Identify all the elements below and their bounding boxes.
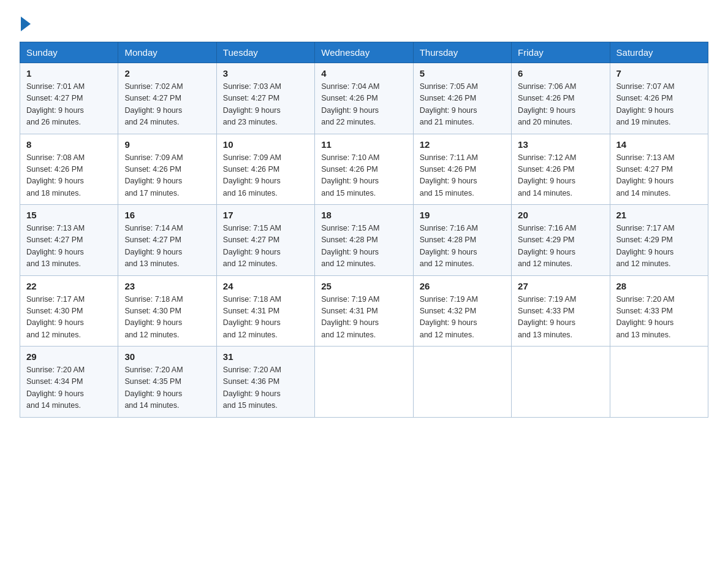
calendar-cell: 10 Sunrise: 7:09 AM Sunset: 4:26 PM Dayl… <box>216 134 314 205</box>
day-number: 17 <box>223 210 308 220</box>
header-saturday: Saturday <box>610 42 708 63</box>
day-number: 18 <box>321 210 406 220</box>
calendar-cell: 31 Sunrise: 7:20 AM Sunset: 4:36 PM Dayl… <box>216 347 314 418</box>
day-number: 30 <box>124 351 210 362</box>
header-sunday: Sunday <box>20 42 118 63</box>
day-number: 9 <box>124 139 210 150</box>
day-info: Sunrise: 7:02 AM Sunset: 4:27 PM Dayligh… <box>124 82 183 126</box>
day-info: Sunrise: 7:14 AM Sunset: 4:27 PM Dayligh… <box>124 224 183 268</box>
day-number: 3 <box>223 68 308 79</box>
day-number: 28 <box>616 281 702 291</box>
calendar-week-row: 8 Sunrise: 7:08 AM Sunset: 4:26 PM Dayli… <box>20 134 708 205</box>
day-info: Sunrise: 7:17 AM Sunset: 4:30 PM Dayligh… <box>26 295 85 339</box>
header-monday: Monday <box>118 42 216 63</box>
calendar-table: SundayMondayTuesdayWednesdayThursdayFrid… <box>20 42 708 418</box>
calendar-cell: 11 Sunrise: 7:10 AM Sunset: 4:26 PM Dayl… <box>315 134 413 205</box>
calendar-cell: 2 Sunrise: 7:02 AM Sunset: 4:27 PM Dayli… <box>118 63 216 134</box>
day-number: 7 <box>616 68 702 79</box>
calendar-cell: 1 Sunrise: 7:01 AM Sunset: 4:27 PM Dayli… <box>20 63 118 134</box>
day-info: Sunrise: 7:06 AM Sunset: 4:26 PM Dayligh… <box>518 82 576 126</box>
day-info: Sunrise: 7:03 AM Sunset: 4:27 PM Dayligh… <box>223 82 281 126</box>
calendar-cell: 26 Sunrise: 7:19 AM Sunset: 4:32 PM Dayl… <box>413 275 511 347</box>
calendar-cell: 4 Sunrise: 7:04 AM Sunset: 4:26 PM Dayli… <box>315 63 413 134</box>
day-number: 31 <box>223 351 308 362</box>
calendar-cell: 14 Sunrise: 7:13 AM Sunset: 4:27 PM Dayl… <box>610 134 708 205</box>
day-number: 14 <box>616 139 702 150</box>
calendar-cell <box>512 347 610 418</box>
calendar-cell: 24 Sunrise: 7:18 AM Sunset: 4:31 PM Dayl… <box>216 275 314 347</box>
day-number: 26 <box>420 281 505 291</box>
header-thursday: Thursday <box>413 42 511 63</box>
calendar-cell: 15 Sunrise: 7:13 AM Sunset: 4:27 PM Dayl… <box>20 205 118 276</box>
calendar-cell: 9 Sunrise: 7:09 AM Sunset: 4:26 PM Dayli… <box>118 134 216 205</box>
day-info: Sunrise: 7:16 AM Sunset: 4:28 PM Dayligh… <box>420 224 478 268</box>
calendar-cell: 25 Sunrise: 7:19 AM Sunset: 4:31 PM Dayl… <box>315 275 413 347</box>
day-info: Sunrise: 7:20 AM Sunset: 4:33 PM Dayligh… <box>616 295 675 339</box>
calendar-cell: 5 Sunrise: 7:05 AM Sunset: 4:26 PM Dayli… <box>413 63 511 134</box>
day-info: Sunrise: 7:18 AM Sunset: 4:31 PM Dayligh… <box>223 295 281 339</box>
day-number: 25 <box>321 281 406 291</box>
calendar-cell: 20 Sunrise: 7:16 AM Sunset: 4:29 PM Dayl… <box>512 205 610 276</box>
logo-arrow-icon <box>21 15 32 33</box>
header-wednesday: Wednesday <box>315 42 413 63</box>
day-number: 27 <box>518 281 603 291</box>
day-number: 8 <box>26 139 112 150</box>
calendar-cell: 7 Sunrise: 7:07 AM Sunset: 4:26 PM Dayli… <box>610 63 708 134</box>
calendar-cell: 29 Sunrise: 7:20 AM Sunset: 4:34 PM Dayl… <box>20 347 118 418</box>
day-number: 2 <box>124 68 210 79</box>
day-number: 5 <box>420 68 505 79</box>
calendar-week-row: 1 Sunrise: 7:01 AM Sunset: 4:27 PM Dayli… <box>20 63 708 134</box>
day-info: Sunrise: 7:05 AM Sunset: 4:26 PM Dayligh… <box>420 82 478 126</box>
calendar-cell: 17 Sunrise: 7:15 AM Sunset: 4:27 PM Dayl… <box>216 205 314 276</box>
day-info: Sunrise: 7:13 AM Sunset: 4:27 PM Dayligh… <box>26 224 85 268</box>
day-info: Sunrise: 7:18 AM Sunset: 4:30 PM Dayligh… <box>124 295 183 339</box>
day-info: Sunrise: 7:20 AM Sunset: 4:34 PM Dayligh… <box>26 366 85 410</box>
calendar-cell: 18 Sunrise: 7:15 AM Sunset: 4:28 PM Dayl… <box>315 205 413 276</box>
calendar-cell: 21 Sunrise: 7:17 AM Sunset: 4:29 PM Dayl… <box>610 205 708 276</box>
day-number: 19 <box>420 210 505 220</box>
calendar-cell <box>315 347 413 418</box>
day-info: Sunrise: 7:08 AM Sunset: 4:26 PM Dayligh… <box>26 153 85 197</box>
day-number: 10 <box>223 139 308 150</box>
day-info: Sunrise: 7:12 AM Sunset: 4:26 PM Dayligh… <box>518 153 576 197</box>
day-number: 24 <box>223 281 308 291</box>
day-info: Sunrise: 7:19 AM Sunset: 4:32 PM Dayligh… <box>420 295 478 339</box>
calendar-cell: 30 Sunrise: 7:20 AM Sunset: 4:35 PM Dayl… <box>118 347 216 418</box>
logo <box>20 15 33 31</box>
calendar-cell: 6 Sunrise: 7:06 AM Sunset: 4:26 PM Dayli… <box>512 63 610 134</box>
header-friday: Friday <box>512 42 610 63</box>
day-info: Sunrise: 7:07 AM Sunset: 4:26 PM Dayligh… <box>616 82 675 126</box>
calendar-week-row: 22 Sunrise: 7:17 AM Sunset: 4:30 PM Dayl… <box>20 275 708 347</box>
day-info: Sunrise: 7:17 AM Sunset: 4:29 PM Dayligh… <box>616 224 675 268</box>
calendar-cell: 12 Sunrise: 7:11 AM Sunset: 4:26 PM Dayl… <box>413 134 511 205</box>
day-number: 12 <box>420 139 505 150</box>
calendar-cell: 8 Sunrise: 7:08 AM Sunset: 4:26 PM Dayli… <box>20 134 118 205</box>
day-info: Sunrise: 7:15 AM Sunset: 4:28 PM Dayligh… <box>321 224 379 268</box>
day-info: Sunrise: 7:20 AM Sunset: 4:36 PM Dayligh… <box>223 366 281 410</box>
day-info: Sunrise: 7:09 AM Sunset: 4:26 PM Dayligh… <box>223 153 281 197</box>
day-number: 21 <box>616 210 702 220</box>
day-info: Sunrise: 7:19 AM Sunset: 4:33 PM Dayligh… <box>518 295 576 339</box>
day-info: Sunrise: 7:16 AM Sunset: 4:29 PM Dayligh… <box>518 224 576 268</box>
day-number: 6 <box>518 68 603 79</box>
day-number: 13 <box>518 139 603 150</box>
day-info: Sunrise: 7:20 AM Sunset: 4:35 PM Dayligh… <box>124 366 183 410</box>
calendar-cell: 19 Sunrise: 7:16 AM Sunset: 4:28 PM Dayl… <box>413 205 511 276</box>
calendar-cell: 3 Sunrise: 7:03 AM Sunset: 4:27 PM Dayli… <box>216 63 314 134</box>
calendar-cell: 28 Sunrise: 7:20 AM Sunset: 4:33 PM Dayl… <box>610 275 708 347</box>
svg-marker-0 <box>21 17 31 31</box>
calendar-cell: 23 Sunrise: 7:18 AM Sunset: 4:30 PM Dayl… <box>118 275 216 347</box>
day-number: 20 <box>518 210 603 220</box>
header-tuesday: Tuesday <box>216 42 314 63</box>
calendar-header-row: SundayMondayTuesdayWednesdayThursdayFrid… <box>20 42 708 63</box>
day-info: Sunrise: 7:11 AM Sunset: 4:26 PM Dayligh… <box>420 153 478 197</box>
page-header <box>20 15 708 31</box>
day-info: Sunrise: 7:01 AM Sunset: 4:27 PM Dayligh… <box>26 82 85 126</box>
logo-text <box>20 15 33 33</box>
calendar-week-row: 15 Sunrise: 7:13 AM Sunset: 4:27 PM Dayl… <box>20 205 708 276</box>
calendar-cell: 13 Sunrise: 7:12 AM Sunset: 4:26 PM Dayl… <box>512 134 610 205</box>
day-number: 22 <box>26 281 112 291</box>
day-number: 23 <box>124 281 210 291</box>
day-number: 16 <box>124 210 210 220</box>
calendar-cell <box>610 347 708 418</box>
